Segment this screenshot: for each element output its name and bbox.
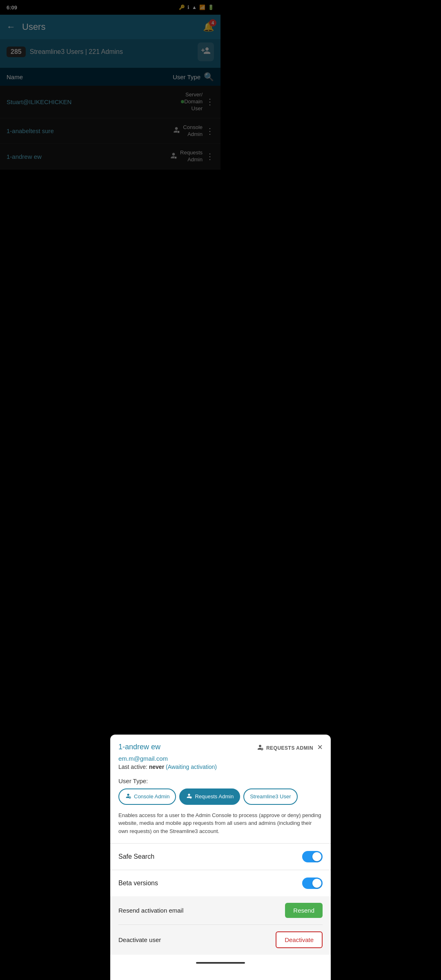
modal-overlay[interactable] bbox=[0, 0, 220, 490]
